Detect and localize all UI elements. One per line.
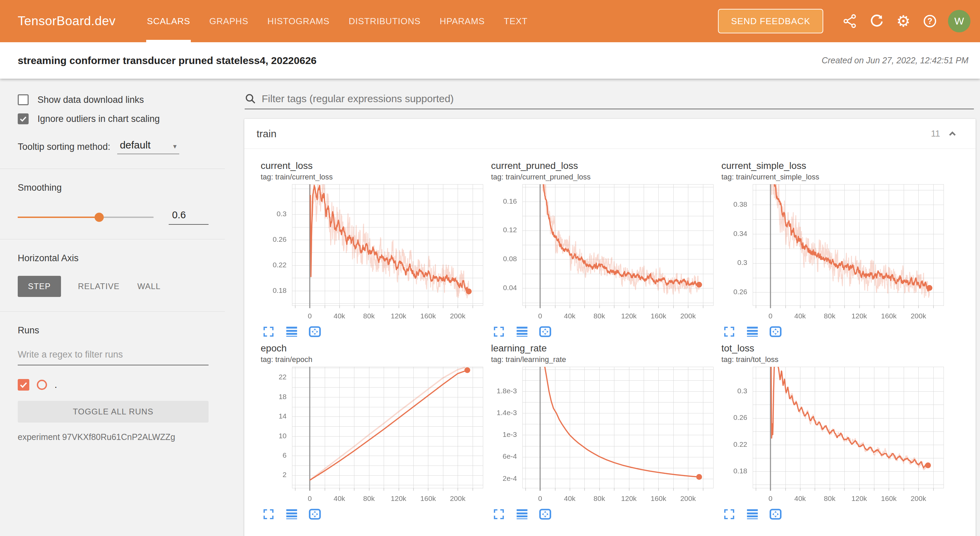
- chart-toolbar: [721, 324, 952, 339]
- fit-domain-icon[interactable]: [768, 324, 783, 339]
- runs-section: Runs Write a regex to filter runs . TOGG…: [0, 312, 225, 456]
- runs-regex-input[interactable]: Write a regex to filter runs: [18, 349, 208, 365]
- fit-domain-icon[interactable]: [307, 506, 323, 522]
- svg-text:?: ?: [928, 16, 932, 25]
- expand-chart-icon[interactable]: [721, 324, 737, 339]
- smoothing-control: 0.6: [18, 209, 208, 225]
- horizontal-axis-section: Horizontal Axis STEP RELATIVE WALL: [0, 239, 225, 312]
- log-scale-icon[interactable]: [514, 324, 530, 339]
- log-scale-icon[interactable]: [745, 324, 760, 339]
- section-count: 11: [931, 128, 940, 139]
- train-section-card: train 11 current_loss tag: train/current…: [244, 119, 975, 536]
- show-download-checkbox[interactable]: [18, 94, 29, 105]
- runs-label: Runs: [18, 325, 208, 336]
- axis-wall-button[interactable]: WALL: [129, 276, 169, 297]
- filter-tags-placeholder: Filter tags (regular expressions support…: [262, 93, 454, 105]
- settings-sidebar: Show data download links Ignore outliers…: [0, 79, 225, 536]
- tooltip-sorting-label: Tooltip sorting method:: [18, 142, 110, 154]
- chart-toolbar: [261, 506, 491, 522]
- chart-title: current_loss: [261, 160, 491, 171]
- help-icon[interactable]: ?: [916, 8, 943, 34]
- fit-domain-icon[interactable]: [538, 324, 553, 339]
- tab-scalars[interactable]: SCALARS: [146, 0, 191, 42]
- chart-plot[interactable]: [261, 365, 485, 505]
- expand-chart-icon[interactable]: [261, 506, 276, 522]
- tab-text[interactable]: TEXT: [503, 0, 528, 42]
- train-section-header[interactable]: train 11: [244, 119, 975, 149]
- chart-card-current_simple_loss: current_simple_loss tag: train/current_s…: [721, 160, 952, 339]
- chart-tag: tag: train/learning_rate: [491, 355, 721, 364]
- tab-distributions[interactable]: DISTRIBUTIONS: [348, 0, 421, 42]
- section-name: train: [256, 128, 276, 140]
- chart-toolbar: [491, 324, 721, 339]
- run-checkbox[interactable]: [18, 379, 29, 390]
- app-logo[interactable]: TensorBoard.dev: [18, 14, 116, 28]
- tab-graphs[interactable]: GRAPHS: [208, 0, 249, 42]
- expand-chart-icon[interactable]: [491, 506, 507, 522]
- show-download-row: Show data download links: [18, 94, 208, 105]
- axis-step-button[interactable]: STEP: [18, 276, 61, 297]
- refresh-icon[interactable]: [864, 8, 890, 34]
- user-avatar[interactable]: W: [948, 10, 970, 32]
- tooltip-sorting-select[interactable]: default ▼: [117, 139, 179, 154]
- expand-chart-icon[interactable]: [721, 506, 737, 522]
- fit-domain-icon[interactable]: [768, 506, 783, 522]
- smoothing-slider[interactable]: [18, 217, 154, 218]
- axis-relative-button[interactable]: RELATIVE: [69, 276, 129, 297]
- run-row: .: [18, 379, 208, 390]
- run-name: .: [54, 380, 57, 390]
- created-timestamp: Created on Jun 27, 2022, 12:42:51 PM: [822, 56, 969, 65]
- chart-tag: tag: train/tot_loss: [721, 355, 952, 364]
- chart-title: tot_loss: [721, 343, 952, 354]
- chart-tag: tag: train/current_pruned_loss: [491, 173, 721, 181]
- log-scale-icon[interactable]: [284, 506, 299, 522]
- chart-toolbar: [261, 324, 491, 339]
- chart-plot[interactable]: [491, 365, 716, 505]
- general-settings-section: Show data download links Ignore outliers…: [0, 94, 225, 169]
- chart-plot[interactable]: [491, 182, 716, 322]
- show-download-label: Show data download links: [38, 95, 144, 105]
- chart-title: current_pruned_loss: [491, 160, 721, 171]
- nav-tabs: SCALARSGRAPHSHISTOGRAMSDISTRIBUTIONSHPAR…: [146, 0, 546, 42]
- chart-tag: tag: train/epoch: [261, 355, 491, 364]
- settings-icon[interactable]: ⚙: [890, 8, 916, 34]
- log-scale-icon[interactable]: [514, 506, 530, 522]
- search-icon: [245, 93, 256, 105]
- run-color-swatch: [37, 380, 47, 390]
- smoothing-value-input[interactable]: 0.6: [169, 209, 208, 225]
- share-icon[interactable]: [837, 8, 864, 34]
- chart-plot[interactable]: [721, 365, 946, 505]
- chart-plot[interactable]: [721, 182, 946, 322]
- slider-thumb[interactable]: [95, 212, 104, 222]
- chart-tag: tag: train/current_loss: [261, 173, 491, 181]
- chart-tag: tag: train/current_simple_loss: [721, 173, 952, 181]
- experiment-titlebar: streaming conformer transducer pruned st…: [0, 42, 980, 79]
- toggle-all-runs-button[interactable]: TOGGLE ALL RUNS: [18, 401, 208, 423]
- check-icon: [19, 115, 27, 123]
- log-scale-icon[interactable]: [284, 324, 299, 339]
- chart-card-current_pruned_loss: current_pruned_loss tag: train/current_p…: [491, 160, 721, 339]
- charts-grid: current_loss tag: train/current_loss: [244, 149, 975, 525]
- expand-chart-icon[interactable]: [261, 324, 276, 339]
- chart-title: current_simple_loss: [721, 160, 952, 171]
- chart-card-epoch: epoch tag: train/epoch: [261, 343, 491, 522]
- experiment-title: streaming conformer transducer pruned st…: [18, 55, 317, 67]
- tab-hparams[interactable]: HPARAMS: [439, 0, 485, 42]
- smoothing-section: Smoothing 0.6: [0, 169, 225, 239]
- fit-domain-icon[interactable]: [538, 506, 553, 522]
- tooltip-sorting-row: Tooltip sorting method: default ▼: [18, 139, 208, 154]
- chart-card-tot_loss: tot_loss tag: train/tot_loss: [721, 343, 952, 522]
- chart-title: learning_rate: [491, 343, 721, 354]
- filter-tags-field[interactable]: Filter tags (regular expressions support…: [245, 93, 974, 109]
- log-scale-icon[interactable]: [745, 506, 760, 522]
- chart-plot[interactable]: [261, 182, 485, 322]
- tab-histograms[interactable]: HISTOGRAMS: [267, 0, 330, 42]
- smoothing-label: Smoothing: [18, 182, 208, 193]
- horizontal-axis-label: Horizontal Axis: [18, 253, 208, 263]
- fit-domain-icon[interactable]: [307, 324, 323, 339]
- send-feedback-button[interactable]: SEND FEEDBACK: [718, 9, 823, 33]
- ignore-outliers-checkbox[interactable]: [18, 113, 29, 124]
- expand-chart-icon[interactable]: [491, 324, 507, 339]
- chevron-up-icon[interactable]: [947, 128, 958, 139]
- chart-toolbar: [721, 506, 952, 522]
